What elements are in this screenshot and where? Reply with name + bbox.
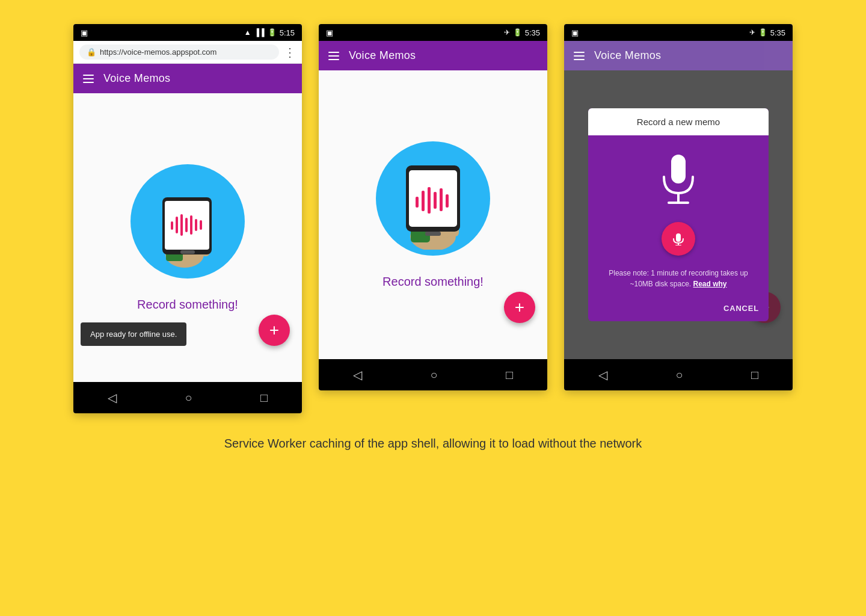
phone-content-2: Record something! + [319,70,547,359]
record-button[interactable] [662,222,695,256]
svg-rect-31 [671,155,686,183]
dialog-actions: CANCEL [588,299,769,321]
recent-button-3[interactable]: □ [751,368,758,382]
recent-button-2[interactable]: □ [506,368,513,382]
page-caption: Service Worker caching of the app shell,… [224,435,642,452]
hamburger-menu-2[interactable] [328,52,339,60]
app-title-1: Voice Memos [103,72,170,85]
svg-rect-10 [180,214,183,236]
svg-rect-9 [176,217,178,233]
home-button-2[interactable]: ○ [430,368,437,382]
fab-1[interactable]: + [259,315,290,346]
phone-illustration-circle-1 [131,164,245,279]
back-button-2[interactable]: ◁ [353,368,362,382]
microphone-icon [654,150,702,210]
home-button-1[interactable]: ○ [185,391,192,405]
hamburger-menu-3[interactable] [574,52,585,60]
phone-1: ▣ ▲ ▐▐ 🔋 5:15 🔒 https://voice-memos.apps… [73,24,302,413]
status-icons-1: ▲ ▐▐ 🔋 5:15 [244,28,295,37]
status-bar-3: ▣ ✈ 🔋 5:35 [564,24,793,41]
home-button-3[interactable]: ○ [675,368,683,382]
chrome-bar[interactable]: 🔒 https://voice-memos.appspot.com ⋮ [73,41,302,64]
status-left-2: ▣ [326,28,333,37]
phone-illustration-svg-1 [146,173,230,270]
more-icon[interactable]: ⋮ [284,45,296,60]
phone-icon-2: ▣ [326,28,333,37]
hamburger-menu-1[interactable] [83,75,94,83]
chrome-url[interactable]: 🔒 https://voice-memos.appspot.com [79,45,279,60]
svg-rect-27 [434,192,437,209]
status-bar-1: ▣ ▲ ▐▐ 🔋 5:15 [73,24,302,41]
dialog-title: Record a new memo [588,108,769,135]
app-title-3: Voice Memos [594,49,661,62]
svg-rect-8 [171,221,173,230]
phone-3: ▣ ✈ 🔋 5:35 Voice Memos Record a new memo [564,24,793,390]
svg-rect-34 [676,233,681,242]
app-toolbar-1: Voice Memos [73,64,302,93]
svg-rect-15 [180,250,195,254]
status-left-3: ▣ [571,28,579,37]
app-toolbar-3: Voice Memos [564,41,793,70]
fab-2[interactable]: + [504,292,535,323]
phone-illustration-circle-2 [376,141,490,256]
app-title-2: Voice Memos [349,49,416,62]
dialog-body: Please note: 1 minute of recording takes… [588,135,769,299]
svg-rect-29 [446,194,449,208]
lock-icon: 🔒 [87,48,96,57]
status-icons-2: ✈ 🔋 5:35 [504,28,540,37]
record-memo-dialog: Record a new memo [588,108,769,321]
svg-rect-24 [416,197,419,208]
phone-content-3: Record a new memo [564,70,793,359]
nav-bar-3: ◁ ○ □ [564,359,793,390]
svg-rect-30 [425,232,441,236]
status-icons-3: ✈ 🔋 5:35 [749,28,785,37]
svg-rect-11 [185,218,188,232]
svg-rect-13 [195,219,197,231]
svg-rect-26 [428,187,431,214]
snackbar-1: App ready for offline use. [81,322,186,346]
nav-bar-2: ◁ ○ □ [319,359,547,390]
airplane-icon-3: ✈ [749,28,755,37]
cancel-button[interactable]: CANCEL [723,304,759,313]
snackbar-text-1: App ready for offline use. [90,330,177,339]
phone-illustration-svg-2 [388,147,478,250]
battery-icon-3: 🔋 [758,28,767,37]
phone-icon-1: ▣ [81,28,88,37]
svg-rect-28 [440,188,443,211]
phone-2: ▣ ✈ 🔋 5:35 Voice Memos [319,24,547,390]
dialog-overlay: Record a new memo [564,70,793,359]
time-2: 5:35 [525,28,540,37]
fab-icon-1: + [269,321,279,340]
phone-content-1: Record something! App ready for offline … [73,93,302,382]
read-why-link[interactable]: Read why [693,280,727,288]
time-3: 5:35 [770,28,785,37]
record-label-2: Record something! [382,275,484,289]
svg-rect-25 [422,191,425,211]
svg-rect-14 [200,220,202,230]
url-text: https://voice-memos.appspot.com [100,48,216,57]
battery-icon-2: 🔋 [513,28,522,37]
back-button-3[interactable]: ◁ [598,368,607,382]
time-1: 5:15 [280,28,295,37]
battery-icon-1: 🔋 [268,28,277,37]
airplane-icon-2: ✈ [504,28,510,37]
phones-row: ▣ ▲ ▐▐ 🔋 5:15 🔒 https://voice-memos.apps… [12,24,854,413]
fab-icon-2: + [515,298,524,317]
back-button-1[interactable]: ◁ [108,390,117,405]
status-left-1: ▣ [81,28,88,37]
wifi-icon-1: ▲ [244,28,251,37]
nav-bar-1: ◁ ○ □ [73,382,302,413]
status-bar-2: ▣ ✈ 🔋 5:35 [319,24,547,41]
phone-icon-3: ▣ [571,28,579,37]
recent-button-1[interactable]: □ [260,391,268,405]
record-btn-mic-icon [672,232,685,245]
record-label-1: Record something! [137,298,238,312]
app-toolbar-2: Voice Memos [319,41,547,70]
signal-icon-1: ▐▐ [254,28,265,37]
svg-rect-12 [190,215,192,235]
dialog-note: Please note: 1 minute of recording takes… [600,268,757,289]
